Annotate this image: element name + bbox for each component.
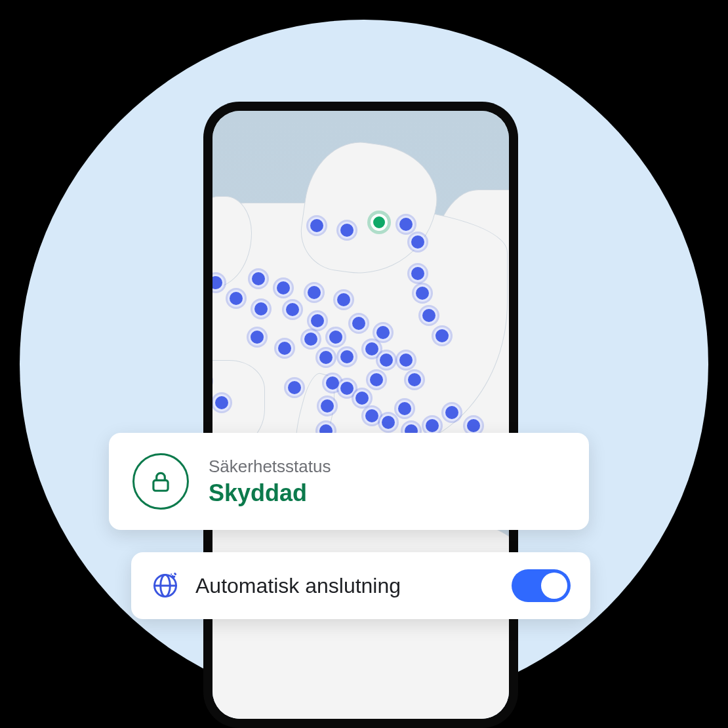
server-location-dot[interactable]	[465, 417, 482, 434]
auto-connect-toggle[interactable]	[512, 569, 571, 602]
security-text-group: Säkerhetsstatus Skyddad	[209, 456, 331, 507]
globe-icon	[151, 571, 180, 600]
toggle-knob	[541, 573, 567, 599]
server-location-dot[interactable]	[335, 291, 352, 308]
server-location-dot[interactable]	[368, 371, 385, 388]
security-status-value: Skyddad	[209, 479, 331, 507]
server-location-dot[interactable]	[378, 352, 395, 369]
server-location-dot[interactable]	[443, 404, 460, 421]
server-location-dot[interactable]	[424, 417, 441, 434]
server-location-dot[interactable]	[253, 300, 270, 317]
server-location-dot[interactable]	[302, 331, 319, 348]
svg-point-5	[171, 573, 172, 575]
server-location-dot[interactable]	[350, 315, 367, 332]
phone-screen	[212, 111, 509, 719]
server-location-dot[interactable]	[228, 290, 245, 307]
auto-connect-label: Automatisk anslutning	[195, 574, 496, 598]
server-location-dot[interactable]	[363, 407, 380, 424]
server-location-dot[interactable]	[249, 329, 266, 346]
server-location-dot[interactable]	[309, 312, 326, 329]
server-location-dot[interactable]	[284, 301, 301, 318]
svg-rect-0	[153, 480, 168, 491]
security-label: Säkerhetsstatus	[209, 456, 331, 477]
server-location-dot[interactable]	[374, 324, 392, 341]
server-location-dot[interactable]	[317, 349, 334, 366]
server-location-dot[interactable]	[213, 394, 230, 411]
server-location-dot[interactable]	[250, 270, 267, 287]
svg-point-4	[173, 576, 175, 578]
server-location-dot[interactable]	[338, 222, 355, 239]
server-location-dot[interactable]	[396, 400, 413, 417]
server-location-dot[interactable]	[420, 307, 437, 324]
server-location-dot[interactable]	[406, 371, 423, 388]
server-location-dot[interactable]	[397, 216, 415, 233]
server-location-dot[interactable]	[338, 380, 355, 397]
security-status-card[interactable]: Säkerhetsstatus Skyddad	[109, 433, 589, 530]
lock-icon	[132, 453, 189, 510]
server-location-dot[interactable]	[409, 265, 426, 282]
server-location-dot[interactable]	[354, 390, 371, 407]
server-location-dot[interactable]	[380, 414, 397, 431]
server-location-dot[interactable]	[286, 379, 303, 396]
server-location-dot[interactable]	[434, 327, 451, 344]
server-location-dot[interactable]	[409, 233, 426, 251]
server-location-dot[interactable]	[306, 284, 323, 301]
server-location-dot[interactable]	[308, 217, 325, 234]
server-location-dot[interactable]	[338, 348, 355, 365]
auto-connect-card: Automatisk anslutning	[131, 552, 590, 619]
server-location-dot[interactable]	[414, 285, 431, 302]
server-location-dot[interactable]	[275, 279, 292, 296]
active-location-dot[interactable]	[371, 214, 388, 231]
server-location-dot[interactable]	[397, 352, 415, 369]
map-background[interactable]	[212, 111, 509, 719]
phone-frame	[203, 102, 518, 728]
server-location-dot[interactable]	[363, 340, 380, 357]
server-location-dot[interactable]	[276, 340, 293, 357]
server-location-dot[interactable]	[319, 397, 336, 415]
server-location-dot[interactable]	[327, 329, 344, 346]
